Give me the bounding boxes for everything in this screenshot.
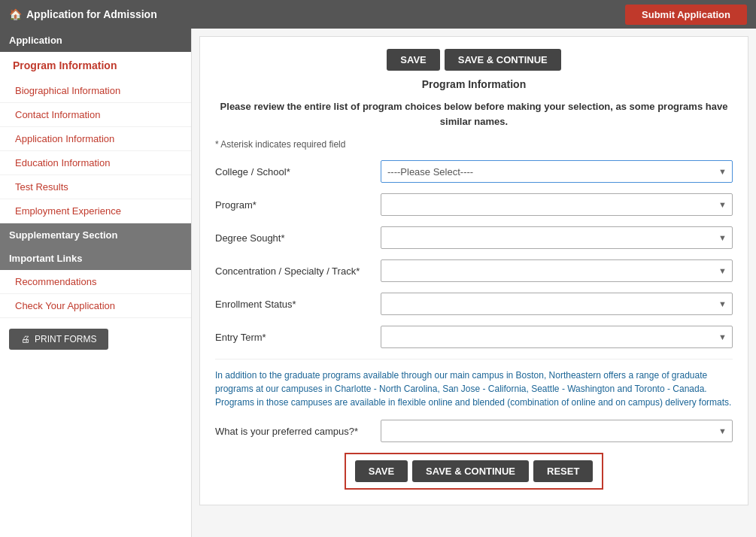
print-area: 🖨 PRINT FORMS bbox=[0, 318, 191, 360]
app-wrapper: 🏠 Application for Admission Submit Appli… bbox=[0, 0, 756, 537]
college-school-select-wrapper: ----Please Select---- ▼ bbox=[381, 160, 733, 183]
campus-preference-label: What is your preferred campus?* bbox=[215, 426, 381, 437]
top-bar: 🏠 Application for Admission Submit Appli… bbox=[0, 0, 756, 29]
bottom-border-box: SAVE SAVE & CONTINUE RESET bbox=[345, 453, 604, 490]
print-forms-button[interactable]: 🖨 PRINT FORMS bbox=[9, 329, 108, 350]
campus-preference-select[interactable] bbox=[381, 420, 733, 442]
submit-application-button[interactable]: Submit Application bbox=[625, 5, 747, 25]
concentration-row: Concentration / Specialty / Track* ▼ bbox=[215, 259, 733, 282]
app-title-text: Application for Admission bbox=[26, 8, 157, 20]
content-area: SAVE SAVE & CONTINUE Program Information… bbox=[192, 29, 756, 537]
college-school-label: College / School* bbox=[215, 166, 381, 177]
important-links-header: Important Links bbox=[0, 247, 191, 270]
entry-term-select-wrapper: ▼ bbox=[381, 326, 733, 348]
printer-icon: 🖨 bbox=[21, 334, 30, 344]
program-select-wrapper: ▼ bbox=[381, 193, 733, 216]
entry-term-row: Entry Term* ▼ bbox=[215, 326, 733, 348]
program-label: Program* bbox=[215, 199, 381, 211]
concentration-label: Concentration / Specialty / Track* bbox=[215, 265, 381, 277]
save-continue-button-top[interactable]: SAVE & CONTINUE bbox=[445, 49, 561, 71]
bottom-button-wrapper: SAVE SAVE & CONTINUE RESET bbox=[215, 453, 733, 490]
degree-sought-select[interactable] bbox=[381, 226, 733, 249]
sidebar-item-test-results[interactable]: Test Results bbox=[0, 175, 191, 199]
college-school-row: College / School* ----Please Select---- … bbox=[215, 160, 733, 183]
notice-text: Please review the entire list of program… bbox=[215, 99, 733, 129]
enrollment-status-select[interactable] bbox=[381, 293, 733, 315]
save-button-top[interactable]: SAVE bbox=[387, 49, 439, 71]
supplementary-header: Supplementary Section bbox=[0, 223, 191, 247]
campus-preference-select-wrapper: ▼ bbox=[381, 420, 733, 442]
sidebar-item-biographical[interactable]: Biographical Information bbox=[0, 79, 191, 103]
sidebar-item-recommendations[interactable]: Recommendations bbox=[0, 270, 191, 294]
home-icon: 🏠 bbox=[9, 8, 22, 20]
degree-sought-label: Degree Sought* bbox=[215, 232, 381, 244]
degree-sought-select-wrapper: ▼ bbox=[381, 226, 733, 249]
application-header: Application bbox=[0, 29, 191, 52]
sidebar-item-application[interactable]: Application Information bbox=[0, 127, 191, 151]
required-notice: * Asterisk indicates required field bbox=[215, 139, 733, 150]
top-button-row: SAVE SAVE & CONTINUE bbox=[215, 49, 733, 71]
info-text: In addition to the graduate programs ava… bbox=[215, 359, 733, 409]
save-continue-button-bottom[interactable]: SAVE & CONTINUE bbox=[412, 460, 529, 482]
sidebar-item-check-application[interactable]: Check Your Application bbox=[0, 294, 191, 318]
concentration-select[interactable] bbox=[381, 259, 733, 282]
entry-term-select[interactable] bbox=[381, 326, 733, 348]
sidebar: Application Program Information Biograph… bbox=[0, 29, 192, 537]
college-school-select[interactable]: ----Please Select---- bbox=[381, 160, 733, 183]
program-select[interactable] bbox=[381, 193, 733, 216]
content-inner: SAVE SAVE & CONTINUE Program Information… bbox=[199, 36, 748, 505]
save-button-bottom[interactable]: SAVE bbox=[355, 460, 408, 482]
main-area: Application Program Information Biograph… bbox=[0, 29, 756, 537]
campus-preference-row: What is your preferred campus?* ▼ bbox=[215, 420, 733, 442]
enrollment-status-label: Enrollment Status* bbox=[215, 299, 381, 310]
page-title: Program Information bbox=[215, 78, 733, 90]
program-row: Program* ▼ bbox=[215, 193, 733, 216]
entry-term-label: Entry Term* bbox=[215, 332, 381, 343]
app-title: 🏠 Application for Admission bbox=[9, 8, 157, 20]
concentration-select-wrapper: ▼ bbox=[381, 259, 733, 282]
reset-button[interactable]: RESET bbox=[533, 460, 593, 482]
sidebar-item-program-information[interactable]: Program Information bbox=[0, 52, 191, 79]
sidebar-item-contact[interactable]: Contact Information bbox=[0, 103, 191, 127]
enrollment-status-select-wrapper: ▼ bbox=[381, 293, 733, 315]
degree-sought-row: Degree Sought* ▼ bbox=[215, 226, 733, 249]
enrollment-status-row: Enrollment Status* ▼ bbox=[215, 293, 733, 315]
sidebar-item-employment[interactable]: Employment Experience bbox=[0, 199, 191, 223]
sidebar-item-education[interactable]: Education Information bbox=[0, 151, 191, 175]
